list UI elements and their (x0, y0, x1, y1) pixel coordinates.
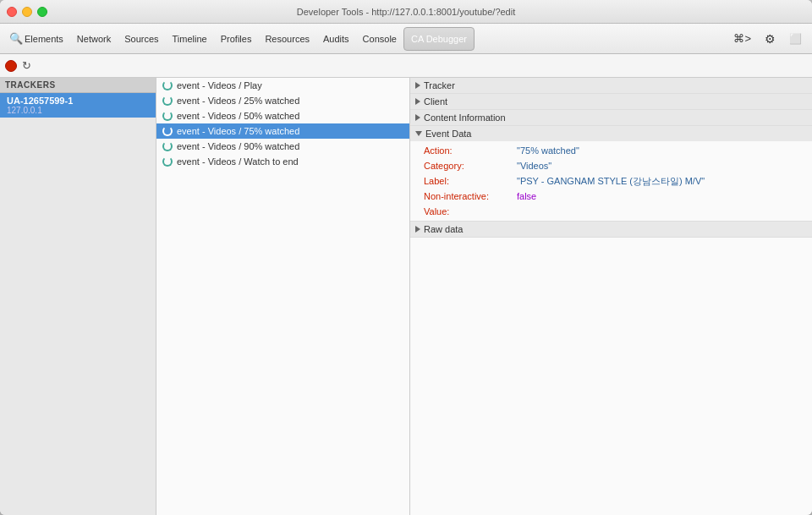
section-raw-data: Raw data (410, 222, 812, 238)
event-data-rows: Action: "75% watched" Category: "Videos"… (410, 141, 812, 221)
tab-elements[interactable]: 🔍 Elements (3, 27, 70, 51)
window-title: Developer Tools - http://127.0.0.1:8001/… (297, 7, 515, 17)
titlebar: Developer Tools - http://127.0.0.1:8001/… (0, 0, 812, 24)
event-icon (162, 140, 173, 152)
event-icon (162, 95, 173, 107)
event-item-50[interactable]: event - Videos / 50% watched (156, 108, 409, 123)
event-icon (162, 125, 173, 137)
events-panel: event - Videos / Play event - Videos / 2… (156, 78, 410, 515)
tab-resources[interactable]: Resources (258, 27, 316, 51)
tab-sources[interactable]: Sources (118, 27, 165, 51)
event-item-90[interactable]: event - Videos / 90% watched (156, 139, 409, 154)
section-content-info: Content Information (410, 110, 812, 126)
section-content-info-header[interactable]: Content Information (410, 110, 812, 125)
event-item-25[interactable]: event - Videos / 25% watched (156, 93, 409, 108)
tab-audits[interactable]: Audits (316, 27, 356, 51)
event-icon (162, 110, 173, 122)
maximize-button[interactable] (37, 7, 47, 17)
detail-row-value: Value: (410, 204, 812, 219)
tab-console[interactable]: Console (356, 27, 403, 51)
trackers-header: TRACKERS (0, 78, 156, 93)
tracker-ip: 127.0.0.1 (7, 106, 149, 115)
chevron-right-icon (415, 98, 420, 105)
tab-ca-debugger[interactable]: CA Debugger (403, 27, 475, 51)
terminal-button[interactable]: ⌘> (727, 27, 758, 51)
record-button[interactable] (5, 60, 17, 72)
close-button[interactable] (7, 7, 17, 17)
toolbar: 🔍 Elements Network Sources Timeline Prof… (0, 24, 812, 54)
section-raw-data-header[interactable]: Raw data (410, 222, 812, 237)
section-tracker-header[interactable]: Tracker (410, 78, 812, 93)
minimize-button[interactable] (22, 7, 32, 17)
tab-network[interactable]: Network (70, 27, 118, 51)
section-client: Client (410, 94, 812, 110)
refresh-button[interactable]: ↻ (22, 59, 31, 72)
section-event-data-header[interactable]: Event Data (410, 126, 812, 141)
undock-button[interactable]: ⬜ (782, 27, 809, 51)
app-window: Developer Tools - http://127.0.0.1:8001/… (0, 0, 812, 515)
section-client-header[interactable]: Client (410, 94, 812, 109)
chevron-right-icon (415, 226, 420, 233)
event-icon (162, 79, 173, 91)
chevron-right-icon (415, 114, 420, 121)
tracker-item[interactable]: UA-12657599-1 127.0.0.1 (0, 93, 156, 118)
chevron-down-icon (415, 131, 422, 136)
tab-timeline[interactable]: Timeline (166, 27, 214, 51)
main-content: TRACKERS UA-12657599-1 127.0.0.1 event -… (0, 78, 812, 515)
event-item-75[interactable]: event - Videos / 75% watched (156, 123, 409, 139)
section-event-data: Event Data Action: "75% watched" Categor… (410, 126, 812, 222)
event-item-watch-to-end[interactable]: event - Videos / Watch to end (156, 154, 409, 169)
search-icon: 🔍 (10, 33, 22, 45)
action-bar: ↻ (0, 54, 812, 78)
event-item-play[interactable]: event - Videos / Play (156, 78, 409, 93)
detail-row-category: Category: "Videos" (410, 158, 812, 173)
detail-row-noninteractive: Non-interactive: false (410, 189, 812, 204)
tab-profiles[interactable]: Profiles (214, 27, 259, 51)
event-icon (162, 156, 173, 167)
settings-button[interactable]: ⚙ (758, 27, 782, 51)
traffic-lights (7, 7, 47, 17)
detail-panel: Tracker Client Content Information (410, 78, 812, 515)
chevron-right-icon (415, 82, 420, 89)
detail-row-action: Action: "75% watched" (410, 143, 812, 158)
detail-row-label: Label: "PSY - GANGNAM STYLE (강남스타일) M/V" (410, 173, 812, 189)
sidebar: TRACKERS UA-12657599-1 127.0.0.1 (0, 78, 156, 515)
section-tracker: Tracker (410, 78, 812, 94)
tracker-name: UA-12657599-1 (7, 96, 149, 106)
